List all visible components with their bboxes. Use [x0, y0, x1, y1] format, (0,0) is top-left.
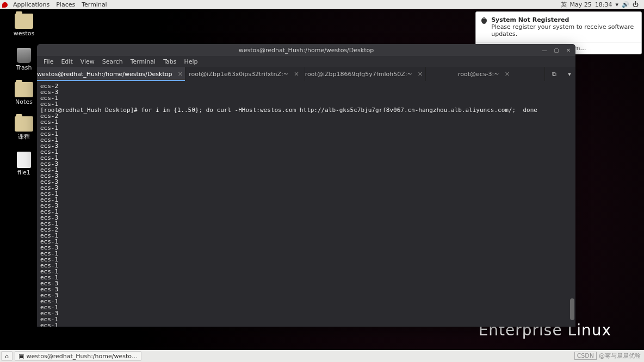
terminal-tabbar: westos@redhat_Hush:/home/westos/Desktop×… — [37, 67, 575, 81]
topbar-time[interactable]: 18:34 — [595, 1, 612, 8]
desktop-icon-Notes[interactable]: Notes — [9, 82, 39, 105]
terminal-scrollbar-thumb[interactable] — [570, 298, 574, 320]
window-maximize-button[interactable]: ▢ — [553, 46, 560, 54]
volume-icon[interactable]: 🔊 — [622, 1, 629, 8]
bottom-taskbar: ⌂ ▣ westos@redhat_Hush:/home/westo… CSDN… — [0, 350, 644, 362]
terminal-titlebar[interactable]: westos@redhat_Hush:/home/westos/Desktop … — [37, 44, 575, 56]
show-desktop-button[interactable]: ⌂ — [1, 351, 13, 361]
topbar-applications[interactable]: Applications — [10, 1, 53, 8]
desktop-icon-label: file1 — [17, 169, 30, 176]
ime-indicator[interactable]: 英 — [561, 1, 567, 9]
terminal-menu-edit[interactable]: Edit — [58, 57, 76, 66]
terminal-viewport[interactable]: ecs-2 ecs-3 ecs-1 ecs-1 [root@redhat_Hus… — [37, 81, 575, 327]
desktop-icon-label: 课程 — [18, 133, 30, 141]
power-icon[interactable]: ⏻ — [633, 1, 639, 8]
taskbar-entry-label: westos@redhat_Hush:/home/westo… — [26, 353, 138, 360]
tab-label: root@iZbp1e63x0ips32trifxtnZ:~ — [189, 71, 288, 78]
trash-icon — [17, 48, 31, 63]
terminal-title-text: westos@redhat_Hush:/home/westos/Desktop — [239, 47, 374, 54]
desktop-icon-westos[interactable]: westos — [9, 14, 39, 37]
taskbar-terminal-entry[interactable]: ▣ westos@redhat_Hush:/home/westo… — [15, 351, 141, 361]
terminal-menu-tabs[interactable]: Tabs — [160, 57, 179, 66]
folder-icon — [15, 82, 33, 97]
terminal-menu-file[interactable]: File — [40, 57, 57, 66]
gnome-topbar: Applications Places Terminal 英 May 25 18… — [0, 0, 644, 9]
topbar-tray: 英 May 25 18:34 ▾ 🔊 ⏻ — [561, 1, 642, 9]
desktop-icon-label: westos — [14, 30, 34, 37]
tab-close-icon[interactable]: × — [503, 70, 512, 78]
tab-label: root@iZbp18669qfg5y7fmloh50Z:~ — [305, 71, 412, 78]
network-icon[interactable]: ▾ — [615, 1, 618, 8]
distro-logo-icon — [2, 2, 8, 8]
terminal-menubar: FileEditViewSearchTerminalTabsHelp — [37, 56, 575, 67]
desktop-area: westosTrashNotes课程file1 Enterprise Linux… — [0, 9, 644, 350]
desktop-icon-label: Trash — [16, 64, 32, 71]
file-icon — [17, 152, 31, 168]
tab-close-icon[interactable]: × — [175, 70, 185, 78]
terminal-window: westos@redhat_Hush:/home/westos/Desktop … — [37, 44, 575, 327]
window-minimize-button[interactable]: — — [541, 46, 548, 54]
terminal-tab-2[interactable]: root@iZbp18669qfg5y7fmloh50Z:~× — [305, 67, 426, 81]
terminal-menu-terminal[interactable]: Terminal — [127, 57, 159, 66]
tab-close-icon[interactable]: × — [416, 70, 425, 78]
window-close-button[interactable]: ✕ — [565, 46, 572, 54]
notification-title: System Not Registered — [491, 16, 636, 23]
folder-icon — [15, 14, 33, 29]
terminal-menu-search[interactable]: Search — [99, 57, 126, 66]
terminal-menu-help[interactable]: Help — [181, 57, 201, 66]
notification-message: Please register your system to receive s… — [491, 23, 636, 38]
topbar-date[interactable]: May 25 — [570, 1, 592, 8]
terminal-icon: ▣ — [18, 353, 24, 360]
tab-label: westos@redhat_Hush:/home/westos/Desktop — [37, 71, 172, 78]
terminal-scrollbar[interactable] — [570, 81, 574, 327]
desktop-icon-label: Notes — [15, 98, 33, 105]
alert-icon — [481, 17, 487, 24]
tab-label: root@ecs-3:~ — [458, 71, 499, 78]
tab-menu-button[interactable]: ▾ — [564, 67, 575, 81]
topbar-places[interactable]: Places — [53, 1, 78, 8]
terminal-tab-1[interactable]: root@iZbp1e63x0ips32trifxtnZ:~× — [185, 67, 305, 81]
terminal-output: ecs-2 ecs-3 ecs-1 ecs-1 [root@redhat_Hus… — [40, 83, 572, 327]
watermark: CSDN@雾与晨晨优翰 — [574, 352, 641, 360]
desktop-icon-file1[interactable]: file1 — [9, 152, 39, 176]
terminal-menu-view[interactable]: View — [77, 57, 98, 66]
tab-close-icon[interactable]: × — [292, 70, 301, 78]
folder-icon — [15, 116, 33, 132]
terminal-tab-3[interactable]: root@ecs-3:~× — [426, 67, 545, 81]
terminal-tab-0[interactable]: westos@redhat_Hush:/home/westos/Desktop× — [37, 67, 185, 81]
desktop-icon-课程[interactable]: 课程 — [9, 116, 39, 141]
desktop-icon-Trash[interactable]: Trash — [9, 48, 39, 71]
new-tab-button[interactable]: ⧉ — [545, 67, 564, 81]
topbar-terminal[interactable]: Terminal — [78, 1, 110, 8]
